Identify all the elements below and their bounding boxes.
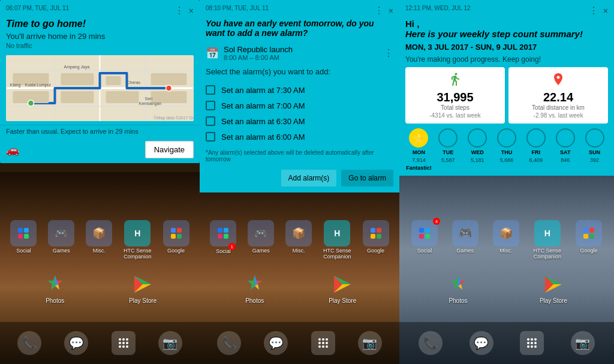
card-title-1: Time to go home! <box>0 19 200 32</box>
day-name-mon: MON <box>413 149 425 155</box>
alarm-option-3[interactable]: Set an alarm at 6:30 AM <box>206 113 393 129</box>
checkbox-3[interactable] <box>206 116 215 126</box>
alarm-question: Select the alarm(s) you want to add: <box>200 65 399 81</box>
photos-label-1: Photos <box>46 297 64 304</box>
dock-messages-2[interactable]: 💬 <box>264 331 288 355</box>
close-button-2[interactable]: × <box>389 7 393 15</box>
more-options-icon-1[interactable]: ⋮ <box>174 5 184 16</box>
card-footer-1: Faster than usual. Expect to arrive in 2… <box>0 125 200 137</box>
svg-point-30 <box>119 345 121 348</box>
photos-label-3: Photos <box>449 297 467 304</box>
checkbox-1[interactable] <box>206 85 215 95</box>
svg-point-47 <box>534 342 537 344</box>
svg-rect-8 <box>61 73 94 85</box>
svg-point-46 <box>531 342 533 344</box>
svg-point-42 <box>527 338 529 341</box>
playstore-app-3[interactable]: Play Store <box>540 272 567 304</box>
close-button-1[interactable]: × <box>189 7 194 15</box>
folder-row-1: Social 🎮 Games 📦 Misc. H HTC SenseCompan… <box>5 220 195 260</box>
svg-rect-12 <box>106 91 139 103</box>
day-sun: SUN 392 <box>581 128 608 163</box>
folder-misc-1[interactable]: 📦 Misc. <box>86 220 112 260</box>
folder-misc-3[interactable]: 📦 Misc. <box>493 220 519 260</box>
svg-point-48 <box>527 345 529 348</box>
distance-change: -2.98 vs. last week <box>513 112 603 119</box>
dock-phone-2[interactable]: 📞 <box>217 331 241 355</box>
navigate-button[interactable]: Navigate <box>145 141 194 158</box>
dock-messages-1[interactable]: 💬 <box>64 331 88 355</box>
dock-camera-3[interactable]: 📷 <box>571 331 595 355</box>
goto-alarm-button[interactable]: Go to alarm <box>341 170 393 186</box>
car-icon: 🚗 <box>6 143 19 157</box>
steps-stat-box: 31,995 Total steps -4314 vs. last week <box>405 67 505 124</box>
more-options-event-icon[interactable]: ⋮ <box>384 47 393 59</box>
photos-icon-1 <box>43 272 67 296</box>
folder-htc-2[interactable]: H HTC SenseCompanion <box>323 220 351 260</box>
playstore-app-1[interactable]: Play Store <box>129 272 156 304</box>
checkbox-2[interactable] <box>206 101 215 110</box>
folder-games-3[interactable]: 🎮 Games <box>452 220 478 260</box>
folder-social-1[interactable]: Social <box>10 220 37 260</box>
folder-htc-1[interactable]: H HTC SenseCompanion <box>124 220 152 260</box>
day-circle-sat <box>556 128 575 148</box>
dock-apps-3[interactable] <box>520 331 544 355</box>
alarm-option-label-2: Set an alarm at 7:00 AM <box>221 101 305 110</box>
bottom-apps-row-2: Photos Play Store <box>200 272 399 304</box>
folder-htc-3[interactable]: H HTC SenseCompanion <box>534 220 562 260</box>
progress-text: You're making good progress. Keep going! <box>399 54 614 67</box>
day-fri: FRI 6,409 <box>522 128 549 163</box>
folder-google-3[interactable]: Google <box>576 220 602 260</box>
dock-phone-1[interactable]: 📞 <box>17 331 41 355</box>
svg-point-22 <box>166 85 172 91</box>
day-circle-tue <box>438 128 458 148</box>
playstore-app-2[interactable]: Play Store <box>329 272 356 304</box>
day-circle-fri <box>526 128 546 148</box>
photos-app-1[interactable]: Photos <box>43 272 67 304</box>
dock-camera-2[interactable]: 📷 <box>358 331 382 355</box>
map-container: Ampang Jaya Kuala Lumpur Cheras Klang Se… <box>6 55 194 121</box>
dock-apps-2[interactable] <box>311 331 335 355</box>
dock-messages-3[interactable]: 💬 <box>469 331 493 355</box>
svg-point-29 <box>126 342 128 344</box>
playstore-icon-3 <box>541 272 565 296</box>
day-name-tue: TUE <box>443 149 453 155</box>
steps-card: 12:11 PM, WED, JUL 12 ⋮ × Hi , Here is y… <box>399 0 614 176</box>
add-alarm-button[interactable]: Add alarm(s) <box>281 170 337 186</box>
day-circle-sun <box>585 128 604 148</box>
date-range: MON, 3 JUL 2017 - SUN, 9 JUL 2017 <box>399 41 614 54</box>
days-row: ⭐ MON 7,914 Fantastic! TUE 5,587 WED 5,1… <box>399 128 614 176</box>
panel-3: 12:11 PM, WED, JUL 12 ⋮ × Hi , Here is y… <box>399 0 614 364</box>
steps-stat-icon <box>410 72 500 89</box>
stats-row: 31,995 Total steps -4314 vs. last week 2… <box>399 67 614 128</box>
folder-misc-2[interactable]: 📦 Misc. <box>285 220 312 260</box>
folder-games-1[interactable]: 🎮 Games <box>48 220 74 260</box>
folder-social-3[interactable]: 4 Social <box>411 220 438 260</box>
dock-camera-1[interactable]: 📷 <box>158 331 182 355</box>
alarm-option-1[interactable]: Set an alarm at 7:30 AM <box>206 82 393 98</box>
more-options-icon-2[interactable]: ⋮ <box>374 5 384 16</box>
svg-point-25 <box>122 338 125 341</box>
steps-label: Total steps <box>410 104 500 111</box>
svg-point-21 <box>28 100 34 106</box>
day-name-thu: THU <box>501 149 513 155</box>
day-steps-sun: 392 <box>590 157 599 163</box>
alarm-option-2[interactable]: Set an alarm at 7:00 AM <box>206 98 393 113</box>
checkbox-4[interactable] <box>206 132 215 142</box>
folder-google-2[interactable]: Google <box>363 220 389 260</box>
dock-apps-1[interactable] <box>112 331 136 355</box>
more-options-icon-3[interactable]: ⋮ <box>589 5 598 16</box>
alarm-option-4[interactable]: Set an alarm at 6:00 AM <box>206 129 393 145</box>
day-circle-thu <box>497 128 516 148</box>
photos-app-2[interactable]: Photos <box>243 272 267 304</box>
day-mon: ⭐ MON 7,914 Fantastic! <box>405 128 432 171</box>
folder-social-2[interactable]: Social 1 <box>210 220 236 260</box>
card-header-1: 06:07 PM, TUE, JUL 11 ⋮ × <box>0 0 200 19</box>
folder-games-2[interactable]: 🎮 Games <box>248 220 274 260</box>
day-tue: TUE 5,587 <box>435 128 462 163</box>
close-button-3[interactable]: × <box>603 7 608 15</box>
photos-app-3[interactable]: Photos <box>446 272 470 304</box>
svg-point-44 <box>534 338 537 341</box>
dock-phone-3[interactable]: 📞 <box>419 331 443 355</box>
folder-google-1[interactable]: Google <box>163 220 189 260</box>
day-sat: SAT 846 <box>552 128 579 163</box>
